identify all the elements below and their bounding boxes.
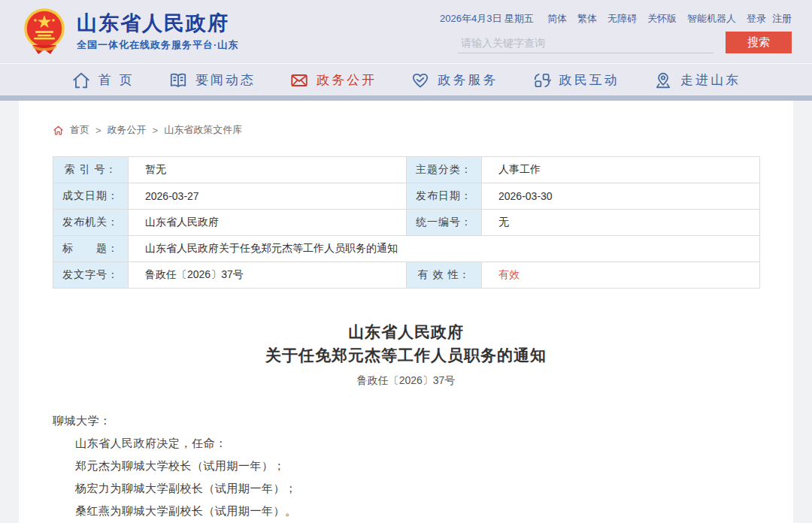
- link-smart-robot[interactable]: 智能机器人: [687, 12, 736, 26]
- table-row: 发文字号： 鲁政任〔2026〕37号 有 效 性： 有效: [53, 262, 760, 289]
- site-subtitle: 全国一体化在线政务服务平台·山东: [77, 38, 238, 52]
- document-number-value: 鲁政任〔2026〕37号: [129, 262, 407, 289]
- heart-icon: [411, 71, 430, 90]
- table-row: 发布机关： 山东省人民政府 统一编号： 无: [53, 210, 760, 236]
- search-input[interactable]: [458, 32, 714, 53]
- breadcrumb: 首页 > 政务公开 > 山东省政策文件库: [53, 101, 759, 137]
- nav-item-open-government[interactable]: 政务公开: [289, 71, 377, 90]
- site-logo[interactable]: 山东省人民政府 全国一体化在线政务服务平台·山东: [23, 8, 238, 56]
- nav-item-services[interactable]: 政务服务: [411, 71, 498, 90]
- meta-bar: 2026年4月3日 星期五 简体 繁体 无障碍 关怀版 智能机器人 登录 注册: [440, 12, 792, 26]
- map-pin-icon: [653, 71, 673, 90]
- document-title-line1: 山东省人民政府: [53, 320, 759, 343]
- site-title: 山东省人民政府: [77, 11, 238, 35]
- written-date-label: 成文日期：: [53, 183, 129, 210]
- link-simplified[interactable]: 简体: [547, 12, 567, 26]
- validity-label: 有 效 性：: [407, 262, 482, 289]
- book-icon: [168, 71, 188, 90]
- nav-item-home[interactable]: 首 页: [71, 71, 135, 90]
- nav-label: 首 页: [98, 71, 135, 89]
- nav-item-about-shandong[interactable]: 走进山东: [653, 71, 741, 90]
- title-label: 标 题：: [53, 236, 129, 262]
- search-bar: 搜索: [458, 32, 792, 53]
- validity-value: 有效: [482, 262, 760, 289]
- link-traditional[interactable]: 繁体: [577, 12, 597, 26]
- paragraph-appointment-1: 郑元杰为聊城大学校长（试用期一年）；: [53, 460, 759, 472]
- mail-icon: [289, 71, 309, 90]
- login-link[interactable]: 登录: [747, 12, 766, 26]
- current-date: 2026年4月3日 星期五: [440, 12, 534, 26]
- nav-item-news[interactable]: 要闻动态: [168, 71, 256, 90]
- breadcrumb-separator: >: [95, 125, 102, 136]
- link-accessibility[interactable]: 无障碍: [607, 12, 637, 26]
- page: 山东省人民政府 全国一体化在线政务服务平台·山东 2026年4月3日 星期五 简…: [0, 0, 812, 523]
- nav-label: 政民互动: [559, 71, 620, 89]
- unified-number-value: 无: [482, 210, 760, 236]
- nav-label: 走进山东: [680, 71, 741, 89]
- table-row: 索 引 号： 暂无 主题分类： 人事工作: [53, 157, 760, 183]
- register-link[interactable]: 注册: [772, 12, 792, 26]
- topic-category-value: 人事工作: [482, 157, 760, 183]
- main-nav: 首 页 要闻动态 政务公开: [0, 63, 812, 95]
- document-body: 聊城大学： 山东省人民政府决定，任命： 郑元杰为聊城大学校长（试用期一年）； 杨…: [53, 415, 759, 517]
- table-row: 标 题： 山东省人民政府关于任免郑元杰等工作人员职务的通知: [53, 236, 760, 262]
- title-value: 山东省人民政府关于任免郑元杰等工作人员职务的通知: [129, 236, 760, 262]
- issuing-agency-label: 发布机关：: [53, 210, 129, 236]
- paragraph-addressee: 聊城大学：: [53, 415, 759, 427]
- index-number-label: 索 引 号：: [53, 157, 129, 183]
- document-metadata-table: 索 引 号： 暂无 主题分类： 人事工作 成文日期： 2026-03-27 发布…: [53, 156, 760, 289]
- breadcrumb-open-government[interactable]: 政务公开: [108, 123, 147, 137]
- breadcrumb-home[interactable]: 首页: [70, 123, 89, 137]
- interaction-icon: [532, 71, 552, 90]
- written-date-value: 2026-03-27: [129, 183, 407, 210]
- nav-item-interaction[interactable]: 政民互动: [532, 71, 620, 90]
- header-divider: [0, 95, 812, 101]
- site-header: 山东省人民政府 全国一体化在线政务服务平台·山东 2026年4月3日 星期五 简…: [0, 0, 812, 101]
- nav-label: 要闻动态: [195, 71, 256, 89]
- paragraph-appointment-3: 桑红燕为聊城大学副校长（试用期一年）。: [53, 505, 759, 517]
- table-row: 成文日期： 2026-03-27 发布日期： 2026-03-30: [53, 183, 760, 210]
- main-content: 首页 > 政务公开 > 山东省政策文件库 索 引 号： 暂无 主题分类： 人事工…: [19, 101, 793, 523]
- document-number-label: 发文字号：: [53, 262, 129, 289]
- document-header: 山东省人民政府 关于任免郑元杰等工作人员职务的通知 鲁政任〔2026〕37号: [53, 320, 759, 388]
- index-number-value: 暂无: [129, 157, 407, 183]
- search-button[interactable]: 搜索: [726, 32, 792, 53]
- topic-category-label: 主题分类：: [407, 157, 482, 183]
- unified-number-label: 统一编号：: [407, 210, 482, 236]
- breadcrumb-policy-library[interactable]: 山东省政策文件库: [164, 123, 242, 137]
- document-number: 鲁政任〔2026〕37号: [53, 374, 759, 388]
- issuing-agency-value: 山东省人民政府: [129, 210, 407, 236]
- national-emblem-icon: [23, 8, 66, 56]
- nav-label: 政务公开: [317, 71, 377, 89]
- link-care-version[interactable]: 关怀版: [647, 12, 677, 26]
- paragraph-decision: 山东省人民政府决定，任命：: [53, 437, 759, 449]
- nav-label: 政务服务: [438, 71, 498, 89]
- publish-date-label: 发布日期：: [407, 183, 482, 210]
- document-title-line2: 关于任免郑元杰等工作人员职务的通知: [53, 343, 759, 367]
- home-icon: [71, 71, 91, 90]
- paragraph-appointment-2: 杨宏力为聊城大学副校长（试用期一年）；: [53, 482, 759, 494]
- home-icon: [53, 125, 64, 136]
- breadcrumb-separator: >: [153, 125, 159, 136]
- publish-date-value: 2026-03-30: [482, 183, 760, 210]
